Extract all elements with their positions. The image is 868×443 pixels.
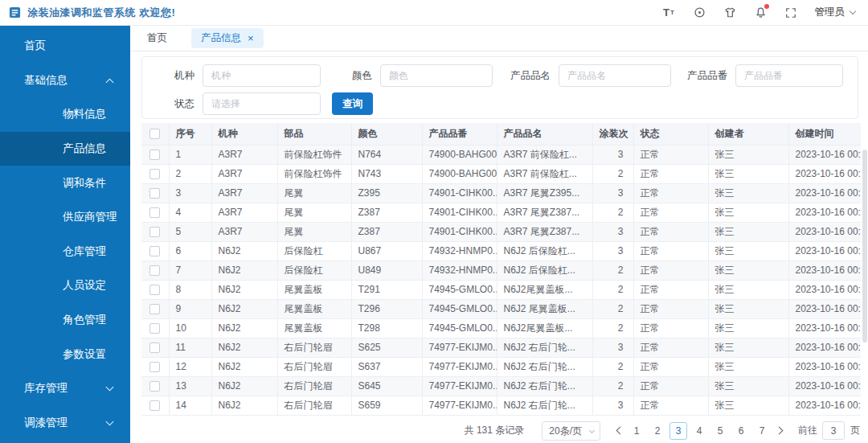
sidebar-item-supplier-mgmt[interactable]: 供应商管理 <box>0 200 130 235</box>
sidebar-item-personnel-setting[interactable]: 人员设定 <box>0 269 130 303</box>
tab-product-info[interactable]: 产品信息× <box>191 28 264 48</box>
font-size-icon[interactable]: TT <box>662 6 676 19</box>
app-logo-icon <box>8 6 22 19</box>
table-header: 序号机种部品颜色产品品番产品品名涂装次状态创建者创建时间 <box>141 123 861 145</box>
column-header: 涂装次 <box>592 123 633 145</box>
product-name-filter: 产品品名 <box>506 64 671 87</box>
table-cell: 尾翼盖板 <box>277 299 351 318</box>
sidebar-item-product-info[interactable]: 产品信息 <box>0 132 130 166</box>
product-no-input[interactable] <box>735 64 843 87</box>
sidebar-item-blend-condition[interactable]: 调和条件 <box>0 166 130 200</box>
user-menu[interactable]: 管理员 <box>815 6 856 19</box>
row-select-cell <box>141 241 169 260</box>
chevron-right-icon <box>775 427 783 435</box>
goto-page-input[interactable] <box>822 421 845 440</box>
table-cell: 张三 <box>708 299 788 318</box>
table-row: 6N6J2后保险杠U86774932-HNMP0...N6J2 后保险杠...3… <box>141 241 861 260</box>
sidebar-item-material-info[interactable]: 物料信息 <box>0 97 130 132</box>
prev-page-button[interactable] <box>613 422 626 440</box>
table-cell: 尾翼 <box>277 222 351 241</box>
sidebar-item-paint-mgmt[interactable]: 调漆管理 <box>0 406 130 441</box>
bell-icon[interactable] <box>754 6 768 19</box>
fullscreen-icon[interactable] <box>784 6 798 19</box>
table-cell: 3 <box>592 222 633 241</box>
page-button-1[interactable]: 1 <box>628 422 645 440</box>
table-cell: A3R7 尾翼Z387... <box>497 222 592 241</box>
sidebar-item-inventory-mgmt[interactable]: 库存管理 <box>0 371 130 406</box>
color-input[interactable] <box>380 64 493 87</box>
theme-shirt-icon[interactable] <box>723 6 737 19</box>
page-button-7[interactable]: 7 <box>753 422 771 440</box>
page-size-select[interactable]: 20条/页 <box>542 421 600 441</box>
sidebar-item-label: 调漆管理 <box>24 416 68 430</box>
status-select[interactable] <box>203 92 321 115</box>
sidebar-item-label: 供应商管理 <box>63 210 117 224</box>
chevron-down-icon <box>106 383 114 391</box>
row-checkbox[interactable] <box>149 169 160 179</box>
table-cell: N764 <box>351 145 422 164</box>
row-checkbox[interactable] <box>149 285 160 295</box>
table-cell: N6J2 <box>211 280 277 299</box>
table-cell: 正常 <box>633 280 708 299</box>
row-checkbox[interactable] <box>149 304 160 314</box>
row-select-cell <box>141 145 169 164</box>
machine-input[interactable] <box>203 64 321 87</box>
sidebar-item-label: 产品信息 <box>63 142 106 156</box>
search-button[interactable]: 查询 <box>332 92 373 115</box>
table-cell: 2023-10-16 00:... <box>788 241 861 260</box>
row-checkbox[interactable] <box>149 400 160 411</box>
table-cell: 13 <box>169 376 211 396</box>
table-cell: 2 <box>592 299 633 318</box>
table-scrollbar[interactable] <box>862 150 867 343</box>
row-checkbox[interactable] <box>149 246 160 256</box>
circle-dot-icon[interactable] <box>693 6 706 19</box>
sidebar-item-warehouse-mgmt[interactable]: 仓库管理 <box>0 235 130 269</box>
sidebar-item-home[interactable]: 首页 <box>0 29 130 64</box>
status-label: 状态 <box>154 97 194 111</box>
table-cell: 5 <box>169 222 211 241</box>
row-checkbox[interactable] <box>149 323 160 334</box>
table-cell: 3 <box>169 183 211 203</box>
table-row: 13N6J2右后门轮眉S64574977-EKIJM0...N6J2 右后门轮.… <box>141 376 861 396</box>
sidebar-menu: 首页基础信息物料信息产品信息调和条件供应商管理仓库管理人员设定角色管理参数设置库… <box>0 29 130 440</box>
sidebar-item-role-mgmt[interactable]: 角色管理 <box>0 303 130 338</box>
product-name-label: 产品品名 <box>506 69 551 83</box>
row-checkbox[interactable] <box>149 343 160 353</box>
row-checkbox[interactable] <box>149 150 160 160</box>
table-cell: N6J2 <box>211 338 277 357</box>
page-button-4[interactable]: 4 <box>690 422 708 440</box>
sidebar-item-label: 基础信息 <box>24 73 68 88</box>
table-row: 2A3R7前保险杠饰件N74374900-BAHG00...A3R7 前保险杠.… <box>141 164 861 183</box>
table-cell: 前保险杠饰件 <box>277 145 351 164</box>
table-cell: T298 <box>351 318 422 338</box>
table-cell: A3R7 尾翼Z387... <box>497 203 592 222</box>
table-cell: 2023-10-16 00:... <box>788 164 861 183</box>
page-button-3[interactable]: 3 <box>669 422 687 440</box>
table-cell: 右后门轮眉 <box>277 357 351 376</box>
row-checkbox[interactable] <box>149 362 160 372</box>
table-cell: 3 <box>592 396 633 415</box>
row-checkbox[interactable] <box>149 227 160 237</box>
next-page-button[interactable] <box>772 422 785 440</box>
row-checkbox[interactable] <box>149 207 160 218</box>
page-button-6[interactable]: 6 <box>732 422 750 440</box>
table-cell: 正常 <box>633 357 708 376</box>
page-button-2[interactable]: 2 <box>649 422 666 440</box>
chevron-down-icon <box>850 8 856 14</box>
table-cell: 10 <box>169 318 211 338</box>
select-all-checkbox[interactable] <box>149 129 160 139</box>
table-row: 8N6J2尾翼盖板T29174945-GMLO0...N6J2尾翼盖板...2正… <box>141 280 861 299</box>
tab-home[interactable]: 首页 <box>144 28 170 48</box>
sidebar-item-basic-info[interactable]: 基础信息 <box>0 64 130 98</box>
sidebar-item-parameter-setting[interactable]: 参数设置 <box>0 337 130 371</box>
table-cell: 11 <box>169 338 211 357</box>
page-button-5[interactable]: 5 <box>711 422 729 440</box>
product-name-input[interactable] <box>559 64 671 87</box>
table-cell: 3 <box>592 338 633 357</box>
row-checkbox[interactable] <box>149 188 160 199</box>
row-checkbox[interactable] <box>149 265 160 276</box>
table-cell: 尾翼盖板 <box>277 318 351 338</box>
machine-filter: 机种 <box>154 64 321 87</box>
row-checkbox[interactable] <box>149 381 160 392</box>
close-icon[interactable]: × <box>248 33 254 43</box>
